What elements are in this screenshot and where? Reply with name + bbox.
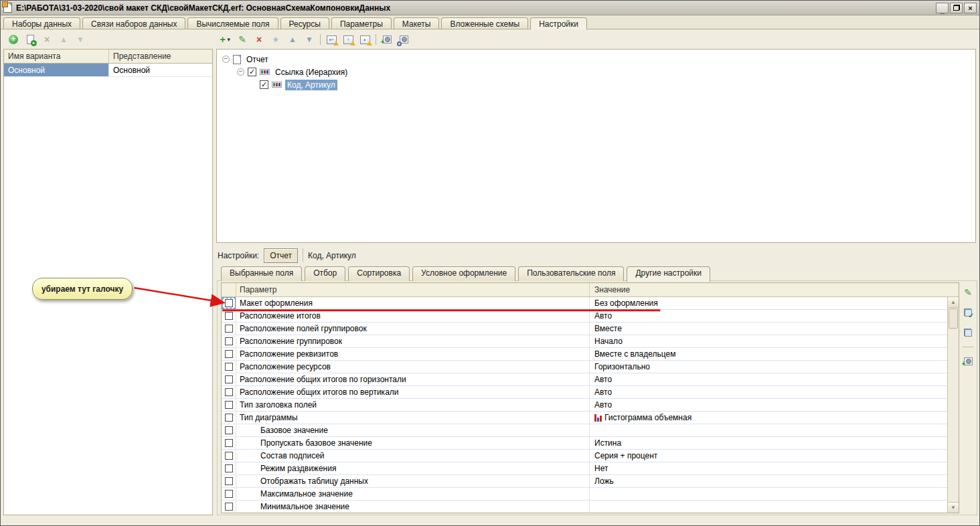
checkbox-unchecked-icon[interactable]: [225, 477, 233, 485]
checkbox-unchecked-icon[interactable]: [225, 452, 233, 460]
edit-value-button[interactable]: ✎: [962, 286, 974, 298]
parameter-row[interactable]: Расположение общих итогов по горизонтали…: [222, 373, 947, 386]
parameter-checkbox-cell[interactable]: [222, 501, 236, 513]
scroll-up-button[interactable]: ▲: [948, 297, 959, 308]
parameter-name-cell[interactable]: Базовое значение: [236, 424, 590, 436]
parameter-name-cell[interactable]: Расположение ресурсов: [236, 361, 590, 373]
parameter-name-cell[interactable]: Расположение итогов: [236, 310, 590, 322]
vertical-scrollbar[interactable]: ▲ ▼: [947, 297, 959, 513]
checkbox-unchecked-icon[interactable]: [225, 312, 233, 320]
settings-tab[interactable]: Пользовательские поля: [518, 266, 624, 281]
parameter-checkbox-cell[interactable]: [222, 373, 236, 385]
variant-row[interactable]: Основной Основной: [4, 64, 212, 77]
checkbox-unchecked-icon[interactable]: [225, 337, 233, 345]
open-settings-button[interactable]: ↑: [342, 33, 354, 46]
settings-tab[interactable]: Другие настройки: [627, 266, 710, 282]
report-scope-button[interactable]: Отчет: [264, 248, 298, 263]
parameter-checkbox-cell[interactable]: [222, 424, 236, 436]
parameter-row[interactable]: Пропускать базовое значение Истина: [222, 437, 947, 450]
parameter-name-cell[interactable]: Тип диаграммы: [236, 412, 590, 424]
clear-all-checks-button[interactable]: [962, 327, 974, 339]
parameter-checkbox-cell[interactable]: [222, 475, 236, 487]
parameter-name-cell[interactable]: Расположение полей группировок: [236, 323, 590, 335]
parameter-row[interactable]: Расположение ресурсов Горизонтально: [222, 361, 947, 373]
edit-element-button[interactable]: ✎: [236, 33, 248, 46]
column-header-presentation[interactable]: Представление: [109, 50, 212, 63]
checkbox-unchecked-icon[interactable]: [225, 414, 233, 422]
move-element-down-button[interactable]: ▼: [303, 33, 315, 46]
parameter-name-cell[interactable]: Расположение реквизитов: [236, 348, 590, 360]
user-settings-view-button[interactable]: [398, 33, 410, 46]
minimize-button[interactable]: _: [936, 3, 949, 13]
parameter-row[interactable]: Расположение общих итогов по вертикали А…: [222, 386, 947, 399]
parameter-name-cell[interactable]: Режим раздвижения: [236, 462, 590, 474]
parameter-value-cell[interactable]: Вместе: [590, 323, 947, 335]
main-tab[interactable]: Вложенные схемы: [441, 17, 528, 29]
parameter-name-cell[interactable]: Отображать таблицу данных: [236, 475, 590, 487]
main-tab[interactable]: Ресурсы: [280, 17, 329, 29]
parameter-value-cell[interactable]: [590, 488, 947, 500]
checkbox-checked-icon[interactable]: ✓: [260, 80, 268, 89]
parameter-row[interactable]: Тип заголовка полей Авто: [222, 399, 947, 412]
settings-wizard-button[interactable]: ★: [270, 33, 282, 46]
checkbox-unchecked-icon[interactable]: [225, 325, 233, 333]
parameter-row[interactable]: Расположение группировок Начало: [222, 335, 947, 348]
scrollbar-thumb[interactable]: [949, 309, 958, 329]
parameter-value-cell[interactable]: Без оформления: [590, 297, 947, 309]
settings-tab[interactable]: Выбранные поля: [221, 266, 302, 281]
checkbox-unchecked-icon[interactable]: [225, 464, 233, 472]
checkbox-unchecked-icon[interactable]: [225, 426, 233, 434]
settings-tab[interactable]: Отбор: [305, 266, 345, 281]
move-element-up-button[interactable]: ▲: [287, 33, 299, 46]
checkbox-unchecked-icon[interactable]: [225, 363, 233, 371]
parameter-value-cell[interactable]: Начало: [590, 335, 947, 347]
parameter-name-cell[interactable]: Тип заголовка полей: [236, 399, 590, 411]
main-tab[interactable]: Параметры: [331, 17, 392, 29]
restore-button[interactable]: [950, 3, 963, 13]
settings-tab[interactable]: Условное оформление: [412, 266, 515, 281]
tree-item-grouping-selected[interactable]: ✓ Код, Артикул: [220, 78, 973, 91]
move-variant-down-button[interactable]: ▼: [74, 33, 86, 46]
main-tab[interactable]: Наборы данных: [3, 17, 80, 29]
checkbox-unchecked-icon[interactable]: [225, 299, 233, 307]
parameter-name-cell[interactable]: Состав подписей: [236, 450, 590, 462]
parameter-row[interactable]: Режим раздвижения Нет: [222, 462, 947, 475]
parameter-row[interactable]: Расположение итогов Авто: [222, 310, 947, 323]
checkbox-unchecked-icon[interactable]: [225, 350, 233, 358]
parameter-checkbox-cell[interactable]: [222, 412, 236, 424]
checkbox-unchecked-icon[interactable]: [225, 401, 233, 409]
parameter-value-cell[interactable]: Серия + процент: [590, 450, 947, 462]
variant-presentation-cell[interactable]: Основной: [109, 64, 212, 76]
parameter-value-cell[interactable]: Гистограмма объемная: [590, 412, 947, 424]
main-tab[interactable]: Вычисляемые поля: [187, 17, 278, 29]
parameter-row[interactable]: Состав подписей Серия + процент: [222, 450, 947, 462]
parameter-row[interactable]: Базовое значение: [222, 424, 947, 437]
parameter-checkbox-cell[interactable]: [222, 386, 236, 398]
parameter-value-cell[interactable]: Истина: [590, 437, 947, 449]
parameter-row[interactable]: Максимальное значение: [222, 488, 947, 501]
parameter-name-cell[interactable]: Пропускать базовое значение: [236, 437, 590, 449]
parameter-name-cell[interactable]: Максимальное значение: [236, 488, 590, 500]
copy-variant-button[interactable]: +: [24, 33, 36, 46]
settings-tab[interactable]: Сортировка: [348, 266, 410, 281]
parameter-value-cell[interactable]: Вместе с владельцем: [590, 348, 947, 360]
main-tab[interactable]: Макеты: [394, 17, 440, 29]
parameter-value-cell[interactable]: Авто: [590, 399, 947, 411]
parameter-checkbox-cell[interactable]: [222, 361, 236, 373]
parameter-checkbox-cell[interactable]: [222, 450, 236, 462]
parameter-value-cell[interactable]: Авто: [590, 310, 947, 322]
parameter-row[interactable]: Минимальное значение: [222, 501, 947, 513]
parameter-name-cell[interactable]: Макет оформления: [236, 297, 590, 309]
collapse-icon[interactable]: −: [237, 68, 244, 76]
parameter-checkbox-cell[interactable]: [222, 437, 236, 449]
parameter-checkbox-cell[interactable]: [222, 310, 236, 322]
close-button[interactable]: ×: [964, 3, 977, 13]
parameter-row[interactable]: Расположение реквизитов Вместе с владель…: [222, 348, 947, 361]
parameter-checkbox-cell[interactable]: [222, 297, 236, 309]
parameter-value-cell[interactable]: Ложь: [590, 475, 947, 487]
set-all-checks-button[interactable]: ✓: [962, 306, 974, 319]
parameter-checkbox-cell[interactable]: [222, 323, 236, 335]
parameter-value-cell[interactable]: Авто: [590, 373, 947, 385]
parameter-row[interactable]: Макет оформления Без оформления: [222, 297, 947, 310]
tree-item-report[interactable]: − Отчет: [220, 53, 973, 66]
